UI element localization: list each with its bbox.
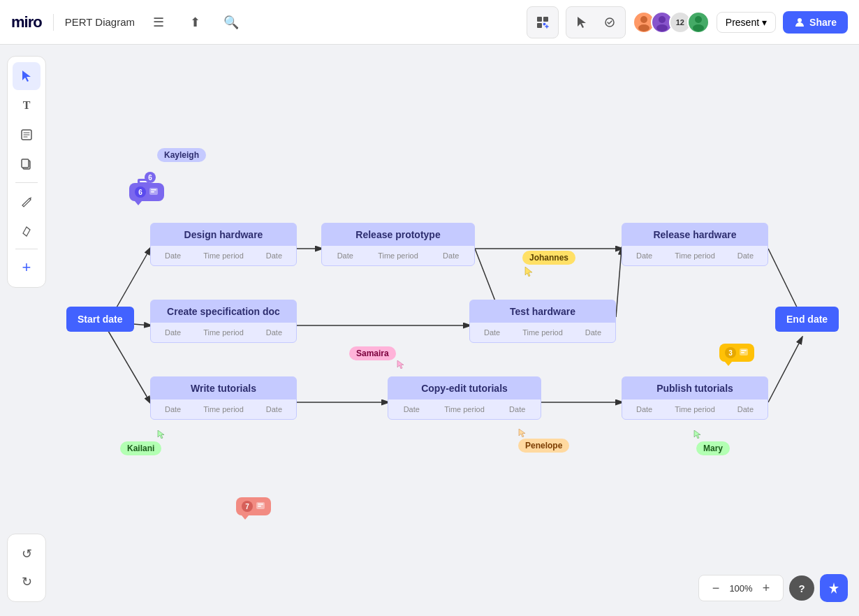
undo-button[interactable]: ↺ (13, 540, 41, 568)
design-hardware-title: Design hardware (151, 223, 296, 246)
svg-rect-3 (543, 23, 545, 25)
publish-tutorials-body: Date Time period Date (622, 399, 768, 419)
write-tutorials-body: Date Time period Date (151, 399, 296, 419)
select-tool[interactable] (13, 62, 41, 90)
start-node[interactable]: Start date (66, 307, 134, 332)
canvas[interactable]: Start date End date Design hardware Date… (0, 45, 859, 616)
tool-separator (15, 182, 38, 183)
design-hardware-node[interactable]: Design hardware Date Time period Date (150, 223, 297, 266)
pen-tool[interactable] (13, 187, 41, 215)
write-tutorials-title: Write tutorials (151, 377, 296, 399)
release-prototype-node[interactable]: Release prototype Date Time period Date (321, 223, 475, 266)
svg-point-8 (659, 16, 666, 23)
svg-rect-16 (22, 159, 29, 168)
share-button[interactable]: Share (783, 11, 848, 34)
menu-button[interactable]: ☰ (146, 10, 171, 35)
svg-marker-4 (578, 17, 586, 28)
sticky-note-tool[interactable] (13, 121, 41, 149)
publish-tutorials-title: Publish tutorials (622, 377, 768, 399)
publish-tutorials-node[interactable]: Publish tutorials Date Time period Date (622, 376, 768, 420)
svg-marker-13 (22, 71, 31, 82)
svg-point-10 (695, 16, 702, 23)
svg-point-11 (693, 24, 704, 31)
copy-edit-title: Copy-edit tutorials (388, 377, 541, 399)
svg-point-12 (798, 18, 802, 22)
svg-point-9 (656, 24, 668, 31)
bottom-left-toolbar: ↺ ↻ (7, 534, 46, 602)
zoom-level: 100% (728, 583, 754, 594)
release-hardware-body: Date Time period Date (622, 246, 768, 265)
header: miro PERT Diagram ☰ ⬆ 🔍 (0, 0, 859, 45)
header-right: 12 Present ▾ Share (527, 6, 848, 38)
pointer-button[interactable] (597, 10, 622, 35)
avatar-group: 12 (633, 11, 710, 34)
copy-tool[interactable] (13, 150, 41, 178)
nodes-layer: Start date End date Design hardware Date… (0, 45, 859, 616)
search-button[interactable]: 🔍 (219, 10, 244, 35)
copy-edit-node[interactable]: Copy-edit tutorials Date Time period Dat… (388, 376, 541, 420)
release-prototype-title: Release prototype (322, 223, 474, 246)
header-toolbar-group (527, 6, 559, 38)
miro-logo: miro (11, 13, 42, 31)
test-hardware-body: Date Time period Date (470, 323, 615, 342)
cursor-button[interactable] (569, 10, 594, 35)
bottom-right-controls: − 100% + ? (698, 574, 848, 602)
svg-rect-0 (537, 17, 542, 22)
cursor-toolbar-group (566, 6, 626, 38)
create-spec-body: Date Time period Date (151, 323, 296, 342)
avatar-main (687, 11, 710, 34)
help-button[interactable]: ? (789, 575, 814, 601)
present-button[interactable]: Present ▾ (717, 12, 776, 33)
test-hardware-node[interactable]: Test hardware Date Time period Date (469, 300, 616, 343)
design-hardware-body: Date Time period Date (151, 246, 296, 265)
copy-edit-body: Date Time period Date (388, 399, 541, 419)
release-prototype-body: Date Time period Date (322, 246, 474, 265)
zoom-controls: − 100% + (698, 575, 784, 601)
zoom-out-button[interactable]: − (706, 578, 726, 598)
text-tool[interactable]: T (13, 91, 41, 119)
redo-button[interactable]: ↻ (13, 568, 41, 596)
test-hardware-title: Test hardware (470, 300, 615, 323)
export-button[interactable]: ⬆ (182, 10, 207, 35)
apps-button[interactable] (530, 10, 555, 35)
create-spec-title: Create specification doc (151, 300, 296, 323)
release-hardware-node[interactable]: Release hardware Date Time period Date (622, 223, 768, 266)
release-hardware-title: Release hardware (622, 223, 768, 246)
create-spec-node[interactable]: Create specification doc Date Time perio… (150, 300, 297, 343)
zoom-in-button[interactable]: + (756, 578, 776, 598)
magic-button[interactable] (820, 574, 848, 602)
add-tool[interactable]: + (13, 254, 41, 281)
end-node[interactable]: End date (775, 307, 839, 332)
eraser-tool[interactable] (13, 217, 41, 244)
tool-separator-2 (15, 249, 38, 249)
svg-point-7 (638, 24, 649, 31)
svg-point-6 (640, 16, 647, 23)
left-toolbar: T + (7, 56, 46, 288)
write-tutorials-node[interactable]: Write tutorials Date Time period Date (150, 376, 297, 420)
header-separator (53, 14, 54, 31)
board-title: PERT Diagram (65, 16, 135, 28)
svg-rect-2 (537, 23, 542, 28)
svg-rect-1 (543, 17, 548, 22)
